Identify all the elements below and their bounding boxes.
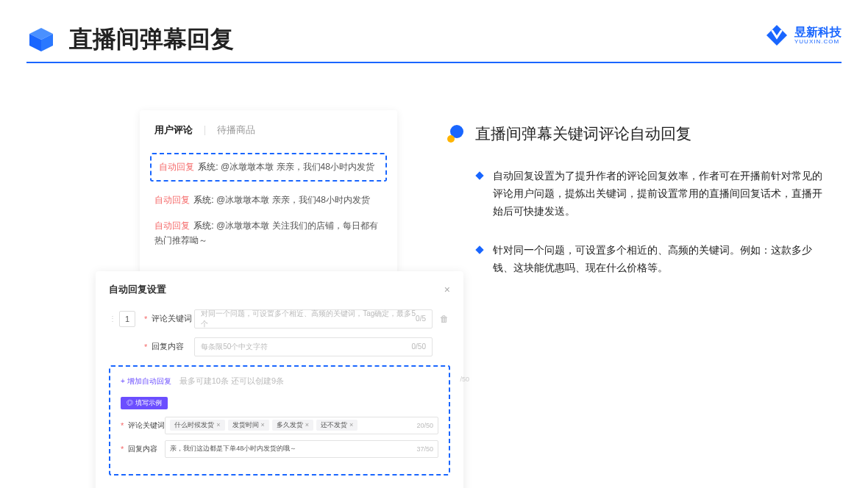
- required-star: *: [144, 342, 147, 351]
- rule-number: 1: [119, 311, 135, 327]
- char-count: 20/50: [416, 422, 433, 429]
- example-box: /50 + 增加自动回复 最多可建10条 还可以创建9条 ◎ 填写示例 * 评论…: [109, 365, 450, 476]
- section-heading: 直播间弹幕关键词评论自动回复: [475, 123, 691, 144]
- char-count: 0/50: [412, 342, 426, 351]
- content-input[interactable]: 每条限50个中文字符 0/50: [194, 337, 433, 356]
- char-count: /50: [460, 376, 469, 383]
- reply-system-label: 系统:: [193, 220, 213, 231]
- cube-icon: [26, 25, 56, 54]
- bubble-icon: [447, 125, 465, 143]
- bullet-item: 针对同一个问题，可设置多个相近的、高频的关键词。例如：这款多少钱、这块能优惠吗、…: [447, 242, 831, 277]
- settings-card: 自动回复设置 × ⋮⋮ 1 * 评论关键词 对同一个问题，可设置多个相近、高频的…: [96, 271, 463, 488]
- close-button[interactable]: ×: [444, 284, 450, 295]
- reply-system-label: 系统:: [193, 195, 213, 205]
- diamond-icon: [475, 171, 483, 179]
- add-link-hint: 最多可建10条 还可以创建9条: [179, 376, 284, 385]
- keyword-tag[interactable]: 还不发货×: [316, 420, 357, 431]
- reply-item: 自动回复 系统: @冰墩墩本墩 关注我们的店铺，每日都有热门推荐呦～: [140, 213, 397, 253]
- bullet-text: 自动回复设置为了提升作者的评论回复效率，作者可在开播前针对常见的评论用户问题，提…: [493, 168, 831, 220]
- keyword-label: 评论关键词: [152, 313, 194, 324]
- tab-divider: [204, 126, 205, 135]
- example-content-label: 回复内容: [128, 444, 165, 454]
- reply-system-label: 系统:: [198, 162, 218, 172]
- keyword-tag[interactable]: 多久发货×: [272, 420, 313, 431]
- tab-user-comments[interactable]: 用户评论: [154, 123, 193, 137]
- bullet-text: 针对同一个问题，可设置多个相近的、高频的关键词。例如：这款多少钱、这块能优惠吗、…: [493, 242, 831, 277]
- settings-title: 自动回复设置: [109, 283, 166, 296]
- example-badge: ◎ 填写示例: [121, 397, 168, 409]
- input-placeholder: 每条限50个中文字符: [201, 342, 268, 352]
- keyword-tag[interactable]: 什么时候发货×: [170, 420, 224, 431]
- comments-card: 用户评论 待播商品 自动回复 系统: @冰墩墩本墩 亲亲，我们48小时内发货 自…: [140, 110, 397, 276]
- example-content-value: 亲，我们这边都是下单48小时内发货的哦～: [170, 444, 296, 453]
- char-count: 37/50: [416, 445, 433, 453]
- brand-icon: [765, 24, 789, 47]
- required-star: *: [144, 315, 147, 323]
- brand-name: 昱新科技: [794, 26, 842, 38]
- header-divider: [26, 62, 842, 63]
- char-count: 0/5: [416, 315, 426, 323]
- auto-reply-badge: 自动回复: [154, 195, 190, 205]
- bullet-item: 自动回复设置为了提升作者的评论回复效率，作者可在开播前针对常见的评论用户问题，提…: [447, 168, 831, 220]
- auto-reply-badge: 自动回复: [154, 220, 190, 231]
- tab-pending-products[interactable]: 待播商品: [217, 123, 255, 137]
- required-star: *: [121, 445, 124, 453]
- reply-text: @冰墩墩本墩 亲亲，我们48小时内发货: [216, 195, 370, 205]
- drag-handle-icon[interactable]: ⋮⋮: [109, 315, 115, 323]
- keyword-input[interactable]: 对同一个问题，可设置多个相近、高频的关键词，Tag确定，最多5个 0/5: [194, 309, 433, 329]
- input-placeholder: 对同一个问题，可设置多个相近、高频的关键词，Tag确定，最多5个: [201, 309, 416, 329]
- example-keyword-input[interactable]: 什么时候发货× 发货时间× 多久发货× 还不发货× 20/50: [165, 417, 438, 434]
- highlighted-reply: 自动回复 系统: @冰墩墩本墩 亲亲，我们48小时内发货: [150, 153, 387, 182]
- brand-logo: 昱新科技 YUUXIN.COM: [765, 24, 842, 47]
- reply-item: 自动回复 系统: @冰墩墩本墩 亲亲，我们48小时内发货: [140, 187, 397, 213]
- required-star: *: [121, 421, 124, 430]
- page-title: 直播间弹幕回复: [69, 24, 234, 56]
- diamond-icon: [475, 246, 483, 254]
- content-label: 回复内容: [152, 341, 194, 352]
- keyword-tag[interactable]: 发货时间×: [228, 420, 269, 431]
- brand-sub: YUUXIN.COM: [794, 38, 842, 45]
- add-auto-reply-link[interactable]: + 增加自动回复: [121, 377, 171, 385]
- example-content-input[interactable]: 亲，我们这边都是下单48小时内发货的哦～ 37/50: [165, 440, 438, 458]
- reply-text: @冰墩墩本墩 亲亲，我们48小时内发货: [221, 162, 374, 172]
- auto-reply-badge: 自动回复: [159, 162, 194, 172]
- example-keyword-label: 评论关键词: [128, 420, 165, 431]
- delete-icon[interactable]: 🗑: [440, 314, 450, 324]
